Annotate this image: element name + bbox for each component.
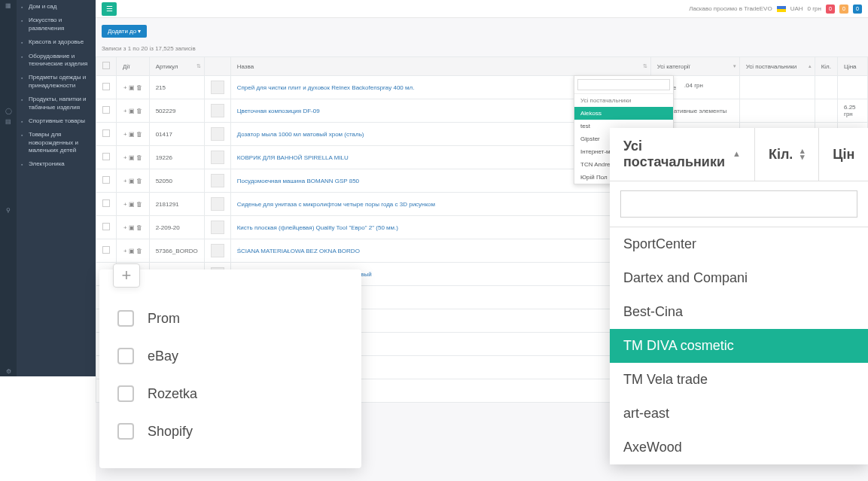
sort-icon[interactable]: ▴▾ <box>800 148 805 160</box>
notif-badge-3[interactable]: 0 <box>853 5 862 14</box>
plus-icon[interactable]: + <box>123 224 127 231</box>
checkbox-icon[interactable] <box>117 348 134 364</box>
supplier-option[interactable]: Best-Cina <box>610 295 868 329</box>
row-checkbox[interactable] <box>96 76 117 99</box>
row-checkbox[interactable] <box>96 146 117 169</box>
sidebar-item[interactable]: ▪Оборудование и технические изделия <box>17 50 96 72</box>
supplier-option[interactable]: AxeWood <box>610 431 868 464</box>
price-column-header[interactable]: Цін <box>819 128 868 181</box>
checkbox-icon[interactable] <box>117 385 134 402</box>
chart-icon[interactable]: ▤ <box>0 116 17 126</box>
notif-badge-1[interactable]: 0 <box>826 5 835 14</box>
delete-icon[interactable]: 🗑 <box>136 201 142 208</box>
supplier-search-input-large[interactable] <box>620 190 857 218</box>
supplier-option-all[interactable]: Усі постачальники <box>574 94 673 107</box>
sidebar-item[interactable]: ▪Товары для новорожденных и маленьких де… <box>17 128 96 157</box>
copy-icon[interactable]: ▣ <box>129 84 135 91</box>
add-to-button[interactable]: Додати до ▾ <box>102 25 147 38</box>
checkbox-icon[interactable] <box>117 423 134 440</box>
cell-qty <box>815 99 837 123</box>
marketplace-option-shopify[interactable]: Shopify <box>117 413 343 450</box>
supplier-option[interactable]: TM DIVA cosmetic <box>610 329 868 363</box>
sidebar-item[interactable]: ▪Красота и здоровье <box>17 35 96 49</box>
supplier-search-input-small[interactable] <box>577 79 670 90</box>
delete-icon[interactable]: 🗑 <box>136 178 142 184</box>
delete-icon[interactable]: 🗑 <box>136 108 142 114</box>
col-price[interactable]: Ціна <box>838 57 868 76</box>
product-thumbnail[interactable] <box>211 197 224 211</box>
col-checkbox[interactable] <box>96 57 117 76</box>
delete-icon[interactable]: 🗑 <box>136 154 142 161</box>
col-actions[interactable]: Дії <box>117 57 150 76</box>
plus-icon[interactable]: + <box>123 154 127 161</box>
supplier-filter-header[interactable]: Усі постачальники ▲ <box>610 128 755 181</box>
copy-icon[interactable]: ▣ <box>129 248 135 254</box>
cell-name[interactable]: ŚCIANA MATERIAŁOWA BEZ OKNA BORDO <box>230 239 650 263</box>
product-thumbnail[interactable] <box>211 81 224 94</box>
row-checkbox[interactable] <box>96 239 117 263</box>
supplier-option[interactable]: art-east <box>610 397 868 431</box>
col-supplier[interactable]: Усі постачальники▴ <box>739 57 815 76</box>
col-category[interactable]: Усі категорії▾ <box>650 57 739 76</box>
sidebar-item[interactable]: ▪Искусство и развлечения <box>17 14 96 35</box>
checkbox-icon[interactable] <box>117 310 134 327</box>
col-thumb <box>204 57 230 76</box>
product-thumbnail[interactable] <box>211 127 224 141</box>
row-checkbox[interactable] <box>96 169 117 193</box>
col-name[interactable]: Назва⇅ <box>230 57 650 76</box>
copy-icon[interactable]: ▣ <box>129 131 135 138</box>
plus-icon[interactable]: + <box>123 131 127 138</box>
user-icon[interactable]: ◯ <box>0 105 17 116</box>
delete-icon[interactable]: 🗑 <box>136 84 142 91</box>
delete-icon[interactable]: 🗑 <box>136 224 142 231</box>
sidebar-item[interactable]: ▪Спортивные товары <box>17 114 96 128</box>
add-marketplace-button[interactable]: + <box>113 263 140 288</box>
marketplace-option-rozetka[interactable]: Rozetka <box>117 375 343 413</box>
delete-icon[interactable]: 🗑 <box>136 248 142 254</box>
sidebar-item[interactable]: ▪Предметы одежды и принадлежности <box>17 71 96 93</box>
notif-badge-2[interactable]: 0 <box>839 5 848 14</box>
currency-label[interactable]: UAH <box>790 5 803 12</box>
grid-icon[interactable]: ▦ <box>0 0 17 11</box>
row-checkbox[interactable] <box>96 193 117 216</box>
flag-icon[interactable] <box>777 6 786 12</box>
marketplace-option-prom[interactable]: Prom <box>117 300 343 337</box>
sort-icon[interactable]: ▲ <box>732 151 741 157</box>
plus-icon[interactable]: + <box>123 248 127 254</box>
product-thumbnail[interactable] <box>211 221 224 234</box>
copy-icon[interactable]: ▣ <box>129 178 135 184</box>
copy-icon[interactable]: ▣ <box>129 154 135 161</box>
col-sku[interactable]: Артикул⇅ <box>149 57 204 76</box>
plus-icon[interactable]: + <box>123 178 127 184</box>
product-thumbnail[interactable] <box>211 104 224 117</box>
product-thumbnail[interactable] <box>211 174 224 187</box>
supplier-option[interactable]: TM Vela trade <box>610 363 868 397</box>
marketplace-option-ebay[interactable]: eBay <box>117 337 343 375</box>
sidebar-item[interactable]: ▪Продукты, напитки и табачные изделия <box>17 93 96 114</box>
col-qty[interactable]: Кіл. <box>815 57 837 76</box>
product-thumbnail[interactable] <box>211 244 224 257</box>
sidebar-icon-rail: ▦ ◯ ▤ ⚲ ⚙ <box>0 0 17 376</box>
cell-name[interactable]: Сиденье для унитаза с микролифтом четыре… <box>230 193 650 216</box>
plus-icon[interactable]: + <box>123 201 127 208</box>
row-checkbox[interactable] <box>96 216 117 239</box>
supplier-option[interactable]: Dartex and Compani <box>610 261 868 295</box>
supplier-option[interactable]: SportCenter <box>610 227 868 261</box>
sidebar-item[interactable]: ▪Электроника <box>17 157 96 171</box>
row-checkbox[interactable] <box>96 99 117 123</box>
cell-name[interactable]: Кисть плоская (флейцевая) Quality Tool "… <box>230 216 650 239</box>
copy-icon[interactable]: ▣ <box>129 201 135 208</box>
settings-icon[interactable]: ⚙ <box>0 366 17 376</box>
qty-column-header[interactable]: Кіл. ▴▾ <box>755 128 819 181</box>
delete-icon[interactable]: 🗑 <box>136 131 142 138</box>
row-checkbox[interactable] <box>96 123 117 146</box>
sidebar-item[interactable]: ▪Дом и сад <box>17 0 96 14</box>
plus-icon[interactable]: + <box>123 84 127 91</box>
supplier-option[interactable]: Alekoss <box>574 107 673 120</box>
pin-icon[interactable]: ⚲ <box>0 205 17 215</box>
copy-icon[interactable]: ▣ <box>129 224 135 231</box>
product-thumbnail[interactable] <box>211 151 224 164</box>
plus-icon[interactable]: + <box>123 108 127 114</box>
menu-toggle-button[interactable]: ☰ <box>102 2 117 16</box>
copy-icon[interactable]: ▣ <box>129 108 135 114</box>
